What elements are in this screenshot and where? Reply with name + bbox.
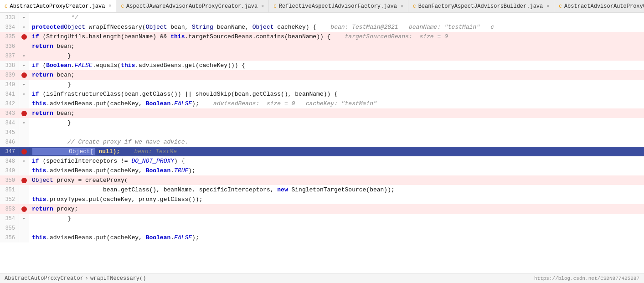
line-number: 349	[0, 166, 19, 175]
line-number: 351	[0, 185, 19, 195]
code-line-334: 334▾ protected Object wrapIfNecessary(Ob…	[0, 22, 644, 32]
tab-tab5[interactable]: CAbstractAdvisorAutoProxyCreator.java×	[554, 0, 644, 13]
tab-icon: C	[273, 4, 277, 9]
gutter	[19, 166, 29, 175]
code-line-355: 355	[0, 223, 644, 233]
fold-icon[interactable]: ▾	[22, 82, 25, 87]
status-bar: AbstractAutoProxyCreator › wrapIfNecessa…	[0, 273, 644, 283]
tab-tab3[interactable]: CReflectiveAspectJAdvisorFactory.java×	[269, 0, 408, 13]
gutter	[19, 108, 29, 118]
gutter	[19, 204, 29, 214]
tab-label: ReflectiveAspectJAdvisorFactory.java	[279, 3, 397, 10]
close-tab-button[interactable]: ×	[261, 4, 264, 9]
breadcrumb-method: wrapIfNecessary()	[90, 275, 146, 282]
gutter	[19, 233, 29, 242]
line-number: 348	[0, 156, 19, 166]
gutter: ▾	[19, 80, 29, 89]
code-content: return bean;	[29, 108, 644, 118]
line-number: 339	[0, 70, 19, 80]
breakpoint-icon[interactable]	[21, 72, 27, 78]
breakpoint-icon[interactable]	[21, 111, 27, 116]
tab-icon: C	[413, 4, 416, 9]
code-line-345: 345	[0, 128, 644, 137]
breakpoint-icon[interactable]	[21, 178, 27, 183]
code-content: bean.getClass(), beanName, specificInter…	[29, 185, 644, 195]
tab-tab4[interactable]: CBeanFactoryAspectJAdvisorsBuilder.java×	[408, 0, 554, 13]
code-line-343: 343 return bean;	[0, 108, 644, 118]
line-number: 350	[0, 175, 19, 185]
code-line-352: 352 this.proxyTypes.put(cacheKey, proxy.…	[0, 195, 644, 204]
editor: 333▾ */334▾ protected Object wrapIfNeces…	[0, 13, 644, 273]
gutter: ▾	[19, 89, 29, 99]
gutter	[19, 137, 29, 147]
fold-icon[interactable]: ▾	[22, 63, 25, 68]
code-line-337: 337▾ }	[0, 51, 644, 61]
close-tab-button[interactable]: ×	[108, 4, 111, 9]
code-line-335: 335 if (StringUtils.hasLength(beanName) …	[0, 32, 644, 41]
tab-tab2[interactable]: CAspectJAwareAdvisorAutoProxyCreator.jav…	[116, 0, 269, 13]
gutter	[19, 32, 29, 41]
line-number: 336	[0, 41, 19, 51]
code-content: Object proxy = createProxy(	[29, 175, 644, 185]
line-number: 354	[0, 214, 19, 223]
fold-icon[interactable]: ▾	[22, 216, 25, 221]
tab-bar: CAbstractAutoProxyCreator.java×CAspectJA…	[0, 0, 644, 13]
tab-tab1[interactable]: CAbstractAutoProxyCreator.java×	[0, 0, 116, 13]
line-number: 352	[0, 195, 19, 204]
status-url: https://blog.csdn.net/CSDN877425287	[534, 276, 639, 281]
tab-icon: C	[559, 4, 562, 9]
fold-icon[interactable]: ▾	[22, 92, 25, 97]
code-content: }	[29, 80, 644, 89]
fold-icon[interactable]: ▾	[22, 15, 25, 21]
code-line-353: 353 return proxy;	[0, 204, 644, 214]
gutter	[19, 175, 29, 185]
code-line-341: 341▾ if (isInfrastructureClass(bean.getC…	[0, 89, 644, 99]
fold-icon[interactable]: ▾	[22, 159, 25, 164]
code-content: this.advisedBeans.put(cacheKey, Boolean.…	[29, 99, 644, 108]
code-line-342: 342 this.advisedBeans.put(cacheKey, Bool…	[0, 99, 644, 108]
code-area: 333▾ */334▾ protected Object wrapIfNeces…	[0, 13, 644, 273]
line-number: 342	[0, 99, 19, 108]
breakpoint-icon[interactable]	[21, 149, 27, 154]
gutter	[19, 223, 29, 233]
breakpoint-icon[interactable]	[21, 206, 27, 212]
code-content: // Create proxy if we have advice.	[29, 137, 644, 147]
code-line-349: 349 this.advisedBeans.put(cacheKey, Bool…	[0, 166, 644, 175]
line-number: 334	[0, 22, 19, 32]
fold-icon[interactable]: ▾	[22, 53, 25, 59]
tab-label: BeanFactoryAspectJAdvisorsBuilder.java	[418, 3, 543, 10]
gutter	[19, 185, 29, 195]
code-line-333: 333▾ */	[0, 13, 644, 22]
code-content: this.advisedBeans.put(cacheKey, Boolean.…	[29, 166, 644, 175]
fold-icon[interactable]: ▾	[22, 120, 25, 126]
line-number: 345	[0, 128, 19, 137]
line-number: 337	[0, 51, 19, 61]
line-number: 356	[0, 233, 19, 242]
line-number: 347	[0, 147, 19, 156]
code-content: protected Object wrapIfNecessary(Object …	[29, 22, 644, 32]
fold-icon[interactable]: ▾	[22, 25, 25, 30]
line-number: 355	[0, 223, 19, 233]
code-content: if (Boolean.FALSE.equals(this.advisedBea…	[29, 61, 644, 70]
gutter	[19, 70, 29, 80]
line-number: 353	[0, 204, 19, 214]
code-content: if (specificInterceptors != DO_NOT_PROXY…	[29, 156, 644, 166]
tab-label: AspectJAwareAdvisorAutoProxyCreator.java	[126, 3, 258, 10]
close-tab-button[interactable]: ×	[546, 4, 549, 9]
line-number: 338	[0, 61, 19, 70]
gutter: ▾	[19, 118, 29, 128]
line-number: 341	[0, 89, 19, 99]
line-number: 343	[0, 108, 19, 118]
gutter: ▾	[19, 13, 29, 22]
highlight-word: Object[	[32, 148, 95, 155]
gutter	[19, 128, 29, 137]
close-tab-button[interactable]: ×	[401, 4, 403, 9]
breakpoint-icon[interactable]	[21, 34, 27, 40]
code-content: }	[29, 214, 644, 223]
code-line-340: 340▾ }	[0, 80, 644, 89]
debug-comment: bean: TestMain@2821 beanName: "testMain"…	[316, 24, 494, 31]
gutter	[19, 147, 29, 156]
tab-icon: C	[5, 4, 8, 9]
code-content: }	[29, 118, 644, 128]
gutter: ▾	[19, 61, 29, 70]
